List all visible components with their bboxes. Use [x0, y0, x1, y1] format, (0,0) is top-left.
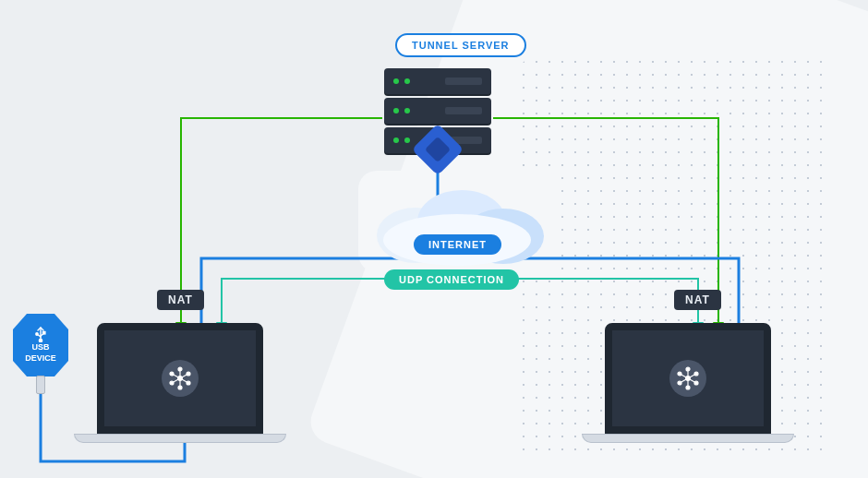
usb-icon	[34, 326, 47, 342]
laptop-base	[74, 434, 286, 443]
usb-plug-icon	[36, 376, 45, 394]
cloud-icon	[360, 185, 554, 271]
laptop-left	[74, 323, 286, 443]
node-icon	[162, 360, 199, 397]
usb-device-badge: USB DEVICE	[13, 314, 68, 376]
server-unit	[384, 68, 491, 94]
server-unit	[384, 98, 491, 124]
internet-label: INTERNET	[414, 234, 501, 255]
node-icon	[669, 360, 706, 397]
nat-badge-right: NAT	[674, 290, 721, 310]
server-stack	[384, 68, 491, 157]
usb-label-line1: USB	[31, 342, 49, 353]
laptop-base	[582, 434, 794, 443]
diagram-stage: TUNNEL SERVER INTERNET UDP CONNECTION NA…	[0, 0, 868, 478]
nat-badge-left: NAT	[157, 290, 204, 310]
udp-connection-label: UDP CONNECTION	[384, 269, 519, 290]
usb-label-line2: DEVICE	[25, 353, 56, 364]
laptop-screen	[97, 323, 263, 434]
tunnel-server-label: TUNNEL SERVER	[395, 33, 526, 57]
laptop-screen	[605, 323, 771, 434]
laptop-right	[582, 323, 794, 443]
